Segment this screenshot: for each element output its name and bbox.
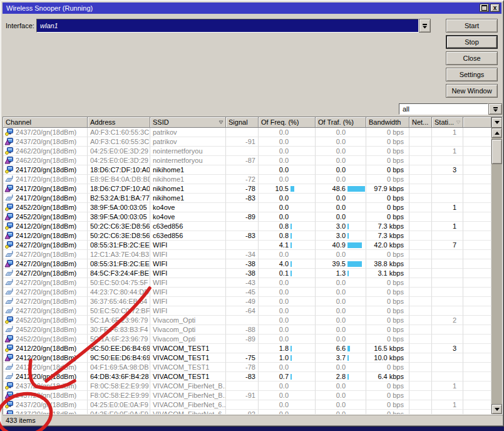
column-header-net-[interactable]: Net... [409, 117, 432, 128]
column-header-of-freq-[interactable]: Of Freq. (%) [259, 117, 316, 128]
cell-of-freq: 0.1 [259, 269, 316, 278]
table-row[interactable]: 2412/20/gn(18dBm)50:2C:C6:3E:D8:56c63ed8… [3, 222, 491, 231]
cell-stations [432, 363, 463, 372]
titlebar[interactable]: Wireless Snooper (Running) x [3, 3, 501, 14]
table-row[interactable]: 2412/20/gn(18dBm)04:F1:69:5A:98:DBVIVACO… [3, 363, 491, 372]
table-row[interactable]: 2452/20/gn(18dBm)38:9F:5A:00:03:05ko4ove… [3, 212, 491, 222]
column-header-stati-[interactable]: Stati... [432, 117, 463, 128]
cell-channel: 2427/20/gn(18dBm) [3, 259, 88, 269]
table-row[interactable]: 2427/20/gn(18dBm)08:55:31:FB:2C:EEWIFI4.… [3, 241, 491, 250]
table-row[interactable]: 2427/20/gn(18dBm)12:C1:A3:7E:04:B3WIFI-3… [3, 250, 491, 259]
settings-button[interactable]: Settings [446, 68, 498, 81]
column-header-ssid[interactable]: SSID [150, 117, 226, 128]
new-window-button[interactable]: New Window [446, 84, 498, 98]
cell-stations [432, 391, 463, 400]
column-header-channel[interactable]: Channel [3, 117, 88, 128]
table-row[interactable]: 2437/20/gn(18dBm)A0:F3:C1:60:55:3Cpatrik… [3, 128, 491, 137]
cell-bandwidth: 0 bps [366, 147, 409, 156]
station-icon [4, 194, 14, 202]
table-row[interactable]: 2417/20/gn(18dBm)18:D6:C7:DF:10:A0nikiho… [3, 165, 491, 175]
cell-blank [463, 212, 491, 222]
table-row[interactable]: 2462/20/gn(18dBm)04:25:E0:0E:3D:29nointe… [3, 147, 491, 156]
usage-bar [347, 346, 350, 351]
table-row[interactable]: 2417/20/gn(18dBm)B2:53:2A:B1:BA:77nikiho… [3, 194, 491, 203]
cell-address: 9C:50:EE:D6:B4:69 [88, 353, 150, 363]
cell-blank [463, 288, 491, 297]
interface-select[interactable]: wlan1 [36, 19, 419, 33]
table-row[interactable]: 2452/20/gn(18dBm)38:9F:5A:00:03:05ko4ove… [3, 203, 491, 212]
table-row[interactable]: 2437/20/gn(18dBm)04:25:E0:0E:0A:F9VIVACO… [3, 410, 491, 414]
table-row[interactable]: 2427/20/gn(18dBm)36:37:65:46:EB:64WIFI-4… [3, 297, 491, 306]
cell-signal [226, 165, 259, 175]
cell-address: 18:D6:C7:DF:10:A0 [88, 165, 150, 175]
table-row[interactable]: 2437/20/gn(18dBm)F8:0C:58:E2:E9:99VIVACO… [3, 382, 491, 391]
station-icon [4, 175, 14, 183]
cell-address: 08:55:31:FB:2C:EE [88, 259, 150, 269]
usage-bar [347, 186, 365, 192]
cell-blank [463, 325, 491, 335]
table-row[interactable]: 2427/20/gn(18dBm)50:EC:50:04:75:5FWIFI-4… [3, 278, 491, 288]
cell-of-freq: 0.0 [259, 137, 316, 147]
cell-networks [409, 288, 432, 297]
table-row[interactable]: 2427/20/gn(18dBm)44:23:7C:80:44:DDWIFI-4… [3, 288, 491, 297]
table-row[interactable]: 2417/20/gn(18dBm)18:D6:C7:DF:10:A0nikiho… [3, 184, 491, 194]
cell-of-traf: 0.0 [316, 212, 366, 222]
table-row[interactable]: 2452/20/gn(18dBm)30:FF:F6:83:B3:F4Vivaco… [3, 325, 491, 335]
cell-bandwidth: 0 bps [366, 203, 409, 212]
filter-dropdown-button[interactable] [488, 103, 502, 115]
window-title: Wireless Snooper (Running) [6, 4, 93, 12]
table-row[interactable]: 2417/20/gn(18dBm)E8:9E:B4:0A:DB:BDnikiho… [3, 175, 491, 184]
column-header-of-traf-[interactable]: Of Traf. (%) [316, 117, 366, 128]
column-header-blank[interactable] [463, 117, 491, 128]
table-row[interactable]: 2412/20/gn(18dBm)50:2C:C6:3E:D8:56c63ed8… [3, 231, 491, 241]
cell-address: 5C:1A:6F:23:96:79 [88, 335, 150, 344]
column-header-address[interactable]: Address [88, 117, 150, 128]
filter-select[interactable]: all [399, 103, 488, 115]
close-button[interactable]: x [490, 4, 500, 12]
table-row[interactable]: 2452/20/gn(18dBm)5C:1A:6F:23:96:79Vivaco… [3, 335, 491, 344]
interface-dropdown-button[interactable] [419, 19, 431, 33]
cell-signal: -64 [226, 306, 259, 316]
column-header-bandwidth[interactable]: Bandwidth [366, 117, 409, 128]
stop-button[interactable]: Stop [446, 35, 498, 49]
table-row[interactable]: 2412/20/gn(18dBm)64:DB:43:6F:B4:28VIVACO… [3, 372, 491, 382]
table-row[interactable]: 2427/20/gn(18dBm)84:5C:F3:24:4F:BEWIFI-3… [3, 269, 491, 278]
station-icon [4, 372, 14, 380]
cell-bandwidth: 16.5 kbps [366, 344, 409, 353]
cell-networks [409, 400, 432, 410]
arrow-down-icon [495, 408, 500, 411]
close-action-button[interactable]: Close [446, 51, 498, 65]
cell-networks [409, 269, 432, 278]
table-row[interactable]: 2437/20/gn(18dBm)04:25:E0:0E:0A:F9VIVACO… [3, 400, 491, 410]
start-button[interactable]: Start [446, 19, 498, 33]
table-row[interactable]: 2412/20/gn(18dBm)9C:50:EE:D6:B4:69VIVACO… [3, 353, 491, 363]
cell-address: 50:2C:C6:3E:D8:56 [88, 222, 150, 231]
table-row[interactable]: 2427/20/gn(18dBm)50:EC:50:C0:72:BFWIFI-6… [3, 306, 491, 316]
table-row[interactable]: 2412/20/gn(18dBm)9C:50:EE:D6:B4:69VIVACO… [3, 344, 491, 353]
cell-signal: -91 [226, 137, 259, 147]
cell-channel: 2412/20/gn(18dBm) [3, 344, 88, 353]
table-row[interactable]: 2437/20/gn(18dBm)F8:0C:58:E2:E9:99VIVACO… [3, 391, 491, 400]
cell-channel: 2462/20/gn(18dBm) [3, 147, 88, 156]
cell-stations: 1 [432, 203, 463, 212]
maximize-button[interactable] [480, 4, 489, 12]
usage-bar [291, 242, 292, 248]
station-icon [4, 297, 14, 305]
column-picker-button[interactable] [491, 117, 502, 128]
vertical-scrollbar[interactable] [491, 128, 502, 414]
scroll-down-button[interactable] [491, 404, 502, 414]
station-icon [4, 306, 14, 314]
scrollbar-thumb[interactable] [491, 139, 502, 164]
table-row[interactable]: 2427/20/gn(18dBm)08:55:31:FB:2C:EEWIFI-3… [3, 259, 491, 269]
table-row[interactable]: 2437/20/gn(18dBm)A0:F3:C1:60:55:3Cpatrik… [3, 137, 491, 147]
column-header-signal[interactable]: Signal [226, 117, 259, 128]
cell-of-freq: 1.8 [259, 344, 316, 353]
cell-channel: 2427/20/gn(18dBm) [3, 306, 88, 316]
table-row[interactable]: 2462/20/gn(18dBm)04:25:E0:0E:3D:29nointe… [3, 156, 491, 165]
table-row[interactable]: 2452/20/gn(18dBm)5C:1A:6F:23:96:79Vivaco… [3, 316, 491, 325]
cell-of-freq: 0.0 [259, 147, 316, 156]
cell-stations: 1 [432, 128, 463, 137]
cell-ssid: WIFI [150, 259, 226, 269]
scroll-up-button[interactable] [491, 128, 502, 138]
cell-blank [463, 222, 491, 231]
